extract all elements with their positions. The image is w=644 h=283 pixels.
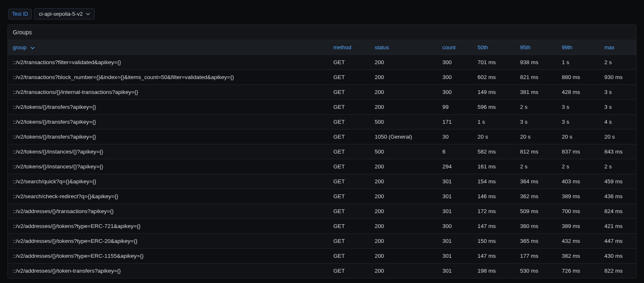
groups-table: group method status count 50th 95th 99th… (8, 40, 637, 278)
cell-max: 2 s (599, 55, 637, 70)
table-row[interactable]: ::/v2/search/quick?q={}&apikey={}GET2003… (8, 174, 637, 189)
cell-max: 430 ms (599, 249, 637, 264)
cell-p95: 2 s (515, 100, 557, 115)
cell-count: 301 (437, 249, 473, 264)
col-p95[interactable]: 95th (515, 40, 557, 55)
cell-method: GET (328, 234, 370, 249)
table-row[interactable]: ::/v2/addresses/{}/tokens?type=ERC-1155&… (8, 249, 637, 264)
table-row[interactable]: ::/v2/addresses/{}/token-transfers?apike… (8, 264, 637, 278)
cell-status: 500 (370, 144, 437, 159)
filter-value-text: ci-api-sepolia-5-v2 (39, 11, 83, 17)
cell-p95: 821 ms (515, 70, 557, 85)
col-p50[interactable]: 50th (473, 40, 515, 55)
cell-count: 171 (437, 115, 473, 130)
cell-count: 294 (437, 159, 473, 174)
cell-p99: 700 ms (557, 204, 599, 219)
cell-group: ::/v2/tokens/{}/transfers?apikey={} (8, 130, 328, 144)
table-row[interactable]: ::/v2/tokens/{}/instances/{}?apikey={}GE… (8, 159, 637, 174)
cell-p99: 3 s (557, 100, 599, 115)
cell-p50: 602 ms (473, 70, 515, 85)
col-p99[interactable]: 99th (557, 40, 599, 55)
cell-method: GET (328, 100, 370, 115)
cell-group: ::/v2/search/check-redirect?q={}&apikey=… (8, 189, 328, 204)
cell-p50: 20 s (473, 130, 515, 144)
cell-max: 3 s (599, 85, 637, 100)
col-max[interactable]: max (599, 40, 637, 55)
cell-group: ::/v2/tokens/{}/instances/{}?apikey={} (8, 159, 328, 174)
cell-method: GET (328, 144, 370, 159)
col-method[interactable]: method (328, 40, 370, 55)
filter-label[interactable]: Test ID (8, 9, 32, 19)
cell-group: ::/v2/transactions?block_number={}&index… (8, 70, 328, 85)
cell-p95: 360 ms (515, 219, 557, 234)
cell-max: 3 s (599, 100, 637, 115)
cell-status: 200 (370, 85, 437, 100)
cell-count: 300 (437, 85, 473, 100)
table-row[interactable]: ::/v2/search/check-redirect?q={}&apikey=… (8, 189, 637, 204)
cell-group: ::/v2/search/quick?q={}&apikey={} (8, 174, 328, 189)
cell-method: GET (328, 159, 370, 174)
cell-p95: 938 ms (515, 55, 557, 70)
filter-value-select[interactable]: ci-api-sepolia-5-v2 (34, 8, 95, 19)
cell-method: GET (328, 115, 370, 130)
cell-p99: 3 s (557, 115, 599, 130)
cell-p50: 198 ms (473, 264, 515, 278)
cell-count: 300 (437, 70, 473, 85)
cell-count: 301 (437, 234, 473, 249)
cell-p99: 837 ms (557, 144, 599, 159)
table-row[interactable]: ::/v2/tokens/{}/transfers?apikey={}GET20… (8, 100, 637, 115)
cell-p99: 428 ms (557, 85, 599, 100)
cell-max: 459 ms (599, 174, 637, 189)
cell-p95: 812 ms (515, 144, 557, 159)
table-row[interactable]: ::/v2/addresses/{}/tokens?type=ERC-20&ap… (8, 234, 637, 249)
cell-max: 822 ms (599, 264, 637, 278)
toolbar: Test ID ci-api-sepolia-5-v2 (0, 0, 644, 24)
cell-p50: 582 ms (473, 144, 515, 159)
cell-p50: 154 ms (473, 174, 515, 189)
panel-title: Groups (8, 25, 636, 40)
cell-status: 500 (370, 115, 437, 130)
cell-status: 200 (370, 219, 437, 234)
cell-group: ::/v2/transactions?filter=validated&apik… (8, 55, 328, 70)
cell-max: 824 ms (599, 204, 637, 219)
cell-status: 200 (370, 234, 437, 249)
cell-p95: 20 s (515, 130, 557, 144)
cell-method: GET (328, 219, 370, 234)
cell-max: 4 s (599, 115, 637, 130)
cell-method: GET (328, 130, 370, 144)
cell-p50: 147 ms (473, 249, 515, 264)
cell-count: 300 (437, 55, 473, 70)
col-status[interactable]: status (370, 40, 437, 55)
cell-p99: 382 ms (557, 249, 599, 264)
col-group[interactable]: group (8, 40, 328, 55)
cell-status: 200 (370, 204, 437, 219)
cell-p99: 403 ms (557, 174, 599, 189)
table-row[interactable]: ::/v2/tokens/{}/transfers?apikey={}GET10… (8, 130, 637, 144)
cell-p50: 149 ms (473, 85, 515, 100)
cell-p99: 726 ms (557, 264, 599, 278)
cell-p95: 365 ms (515, 234, 557, 249)
cell-method: GET (328, 264, 370, 278)
cell-status: 200 (370, 264, 437, 278)
cell-method: GET (328, 70, 370, 85)
cell-group: ::/v2/tokens/{}/transfers?apikey={} (8, 115, 328, 130)
table-row[interactable]: ::/v2/transactions/{}/internal-transacti… (8, 85, 637, 100)
table-row[interactable]: ::/v2/addresses/{}/tokens?type=ERC-721&a… (8, 219, 637, 234)
table-row[interactable]: ::/v2/tokens/{}/transfers?apikey={}GET50… (8, 115, 637, 130)
cell-count: 301 (437, 204, 473, 219)
table-row[interactable]: ::/v2/transactions?filter=validated&apik… (8, 55, 637, 70)
cell-group: ::/v2/addresses/{}/token-transfers?apike… (8, 264, 328, 278)
cell-max: 20 s (599, 130, 637, 144)
cell-p99: 2 s (557, 159, 599, 174)
cell-count: 301 (437, 174, 473, 189)
cell-p50: 150 ms (473, 234, 515, 249)
col-count[interactable]: count (437, 40, 473, 55)
table-row[interactable]: ::/v2/addresses/{}/transactions?apikey={… (8, 204, 637, 219)
table-header-row: group method status count 50th 95th 99th… (8, 40, 637, 55)
cell-count: 301 (437, 189, 473, 204)
table-row[interactable]: ::/v2/tokens/{}/instances/{}?apikey={}GE… (8, 144, 637, 159)
cell-max: 447 ms (599, 234, 637, 249)
cell-group: ::/v2/addresses/{}/transactions?apikey={… (8, 204, 328, 219)
table-row[interactable]: ::/v2/transactions?block_number={}&index… (8, 70, 637, 85)
cell-p95: 2 s (515, 159, 557, 174)
